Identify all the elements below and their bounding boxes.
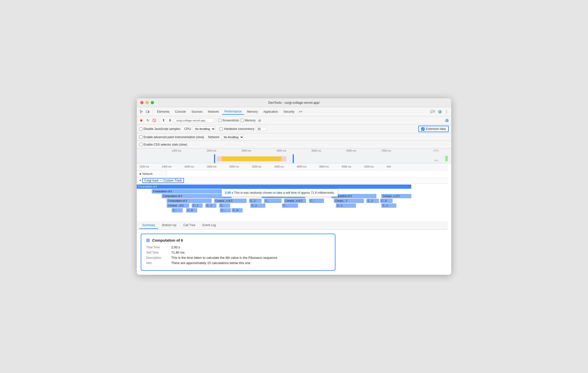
ruler-label-4000: 4000 ms <box>277 149 286 152</box>
flame-row-4: Comput... of 2 C...1 C...1 C... C...1 C.… <box>137 203 448 208</box>
options-row2: Enable advanced paint instrumentation (s… <box>137 133 451 141</box>
flame-block-r4-2[interactable]: C...1 <box>205 203 216 208</box>
flame-block-comp4[interactable]: Computation of 4 <box>162 194 232 198</box>
flame-block-r5-1[interactable]: C...0 <box>186 208 197 212</box>
flame-block-r3-5[interactable]: C... <box>309 199 324 203</box>
flame-block-r3-3[interactable]: C... <box>264 199 282 203</box>
flame-row-0: Computation of 6 <box>137 185 448 189</box>
tab-application[interactable]: Application <box>261 109 281 114</box>
disable-js-check[interactable]: Disable JavaScript samples <box>139 127 180 131</box>
memory-checkbox-label[interactable]: Memory <box>241 119 256 122</box>
ruler-label-7000: 7000 ms <box>381 149 391 152</box>
tab-bottom-up[interactable]: Bottom-Up <box>159 222 179 229</box>
hardware-checkbox[interactable] <box>219 127 223 131</box>
adv-paint-check[interactable]: Enable advanced paint instrumentation (s… <box>139 135 204 139</box>
ext-data-checkbox[interactable] <box>421 127 425 131</box>
cpu-select[interactable]: No throttling <box>193 127 215 131</box>
flame-block-r3-1[interactable]: Comput...n of 2 <box>214 199 247 203</box>
flame-block-r4-5[interactable]: C... <box>282 203 298 208</box>
flame-block-comp3b[interactable]: Computation of 3 <box>331 194 376 198</box>
tab-console[interactable]: Console <box>172 109 188 114</box>
url-input[interactable] <box>174 118 214 123</box>
summary-card: Computation of 6 Total Time 2.00 s Self … <box>141 234 335 271</box>
flame-block-r3-8[interactable]: C...0 <box>380 199 393 203</box>
r2-3400: 3400 ms <box>274 165 284 168</box>
flame-block-r4-1[interactable]: C...1 <box>192 203 203 208</box>
total-time-val: 2.00 s <box>171 245 180 249</box>
flame-block-r4-7[interactable]: C...1 <box>381 203 396 208</box>
flame-row-5: C... C...0 C... C...0 <box>137 208 448 213</box>
flame-block-r4-0[interactable]: Comput... of 2 <box>167 203 189 208</box>
inspect-icon[interactable] <box>139 109 144 114</box>
cpu-bar <box>445 156 448 161</box>
css-stats-checkbox[interactable] <box>139 143 143 146</box>
settings-icon[interactable]: ⚙️ <box>437 109 442 114</box>
flame-block-r3-2[interactable]: C...1 <box>249 199 262 203</box>
flame-block-r4-3[interactable]: C... <box>219 203 230 208</box>
hardware-input[interactable] <box>256 127 267 131</box>
tab-security[interactable]: Security <box>281 109 297 114</box>
tab-performance[interactable]: Performance <box>222 109 244 115</box>
flame-block-r4-6[interactable]: C...1 <box>336 203 356 208</box>
flame-block-r5-0[interactable]: C... <box>172 208 183 212</box>
network-track-content[interactable] <box>167 170 448 177</box>
flame-block-r3-7[interactable]: C...1 <box>366 199 379 203</box>
network-track-label: ▶ Network <box>137 170 167 177</box>
device-toggle-icon[interactable] <box>145 109 150 114</box>
flame-block-comp6[interactable]: Computation of 6 <box>137 185 411 189</box>
clear-button[interactable]: 🚫 <box>152 118 157 123</box>
overview-yellow-bar <box>222 156 282 161</box>
css-stats-check[interactable]: Enable CSS selector stats (slow) <box>139 143 187 146</box>
maximize-button[interactable] <box>151 101 154 104</box>
network-label: Network: <box>208 135 220 139</box>
comments-icon[interactable]: 💬 2 <box>430 109 435 114</box>
tab-summary[interactable]: Summary <box>139 222 158 229</box>
css-stats-label: Enable CSS selector stats (slow) <box>144 143 187 146</box>
flame-block-r5-3[interactable]: C...0 <box>232 208 243 212</box>
handle-right[interactable] <box>293 154 294 163</box>
ruler2-labels: 2200 ms 2400 ms 2600 ms 2800 ms 3000 ms … <box>137 163 448 170</box>
summary-hint-row: Hint There are approximately 15 calculat… <box>146 261 330 265</box>
timeline-overview[interactable]: NET <box>137 154 451 163</box>
printer-icon[interactable]: 🖨 <box>257 118 262 123</box>
upload-button[interactable]: ⬆ <box>161 118 166 123</box>
flame-block-r3-6[interactable]: Compu... 2 <box>334 199 364 203</box>
screenshots-checkbox-label[interactable]: Screenshots <box>218 119 239 122</box>
flame-block-r4-4[interactable]: C...1 <box>250 203 265 208</box>
tab-memory[interactable]: Memory <box>245 109 260 114</box>
description-val: This is the time taken to calculate the … <box>171 256 277 260</box>
flame-block-r5-2[interactable]: C... <box>220 208 231 212</box>
flame-chart[interactable]: Computation of 6 Computation of 5 2.00 s… <box>137 184 448 221</box>
tab-event-log[interactable]: Event Log <box>199 222 219 229</box>
refresh-button[interactable]: ↻ <box>145 118 150 123</box>
tab-network[interactable]: Network <box>205 109 221 114</box>
tab-elements[interactable]: Elements <box>154 109 172 114</box>
minimize-button[interactable] <box>146 101 149 104</box>
memory-checkbox[interactable] <box>241 119 244 122</box>
disable-js-checkbox[interactable] <box>139 127 143 131</box>
tab-sources[interactable]: Sources <box>189 109 205 114</box>
kebab-icon[interactable]: ⋮ <box>444 109 449 114</box>
more-tabs-button[interactable]: >> <box>297 109 304 114</box>
hint-key: Hint <box>146 261 171 265</box>
handle-left[interactable] <box>214 154 215 163</box>
adv-paint-checkbox[interactable] <box>139 135 143 139</box>
r2-2600: 2600 ms <box>184 165 194 168</box>
flame-block-r3-4[interactable]: Comput...n of 2 <box>284 199 306 203</box>
summary-title: Computation of 6 <box>146 238 330 242</box>
screenshots-checkbox[interactable] <box>218 119 221 122</box>
network-label: Network <box>143 172 152 175</box>
custom-track-name: Corgi track — Custom Track <box>144 179 182 182</box>
summary-total-time-row: Total Time 2.00 s <box>146 245 330 249</box>
close-button[interactable] <box>140 101 144 104</box>
record-button[interactable]: ⏺ <box>139 118 144 123</box>
tab-call-tree[interactable]: Call Tree <box>180 222 198 229</box>
cpu-group: CPU: No throttling <box>184 127 215 131</box>
flame-block-r3-0[interactable]: Computation of 3 <box>167 199 212 203</box>
custom-track-toggle[interactable]: ▼ <box>138 179 142 182</box>
network-select[interactable]: No throttling <box>221 135 244 139</box>
flame-block-comp2a[interactable]: Comput...n of 2 <box>381 194 411 198</box>
settings-gear-icon[interactable]: ⚙️ <box>444 118 449 123</box>
download-button[interactable]: ⬇ <box>167 118 172 123</box>
r2-3600: 3600 ms <box>297 165 306 168</box>
